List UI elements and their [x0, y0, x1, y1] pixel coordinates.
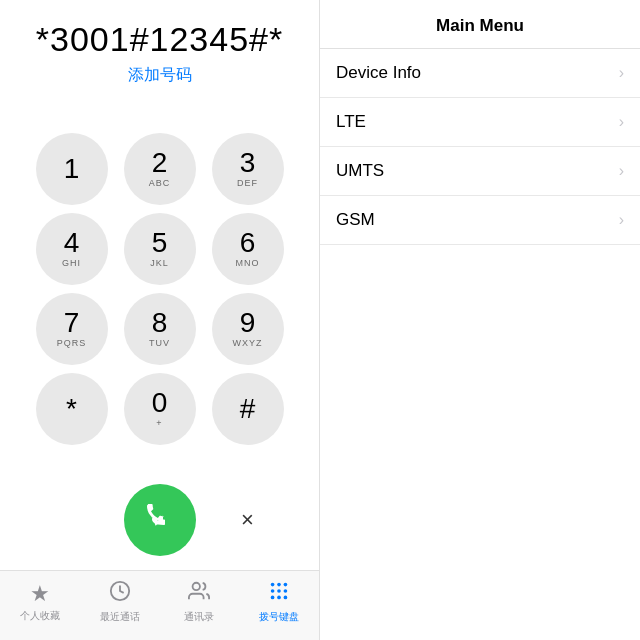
key-2[interactable]: 2ABC	[124, 133, 196, 205]
key-main-digit: 5	[152, 229, 168, 257]
right-panel: Main Menu Device Info›LTE›UMTS›GSM›	[320, 0, 640, 640]
key-main-digit: 1	[64, 155, 80, 183]
key-#[interactable]: #	[212, 373, 284, 445]
key-main-digit: *	[66, 395, 77, 423]
menu-item-label: Device Info	[336, 63, 421, 83]
menu-item-gsm[interactable]: GSM›	[320, 196, 640, 245]
keypad-row: 7PQRS8TUV9WXYZ	[36, 293, 284, 365]
tab-label-1: 最近通话	[100, 610, 140, 624]
app-container: *3001#12345#* 添加号码 12ABC3DEF4GHI5JKL6MNO…	[0, 0, 640, 640]
menu-item-lte[interactable]: LTE›	[320, 98, 640, 147]
svg-point-6	[277, 589, 281, 593]
menu-item-umts[interactable]: UMTS›	[320, 147, 640, 196]
chevron-right-icon: ›	[619, 211, 624, 229]
key-sub-letters: MNO	[236, 258, 260, 268]
keypad-row: 4GHI5JKL6MNO	[36, 213, 284, 285]
menu-item-label: LTE	[336, 112, 366, 132]
key-1[interactable]: 1	[36, 133, 108, 205]
key-main-digit: 7	[64, 309, 80, 337]
svg-point-7	[284, 589, 288, 593]
right-bottom-space	[320, 345, 640, 641]
key-8[interactable]: 8TUV	[124, 293, 196, 365]
svg-point-4	[284, 582, 288, 586]
phone-icon	[144, 501, 176, 540]
chevron-right-icon: ›	[619, 113, 624, 131]
key-sub-letters: JKL	[150, 258, 169, 268]
key-0[interactable]: 0+	[124, 373, 196, 445]
key-sub-letters: WXYZ	[233, 338, 263, 348]
tab-item-1[interactable]: 最近通话	[90, 580, 150, 624]
key-6[interactable]: 6MNO	[212, 213, 284, 285]
call-button[interactable]	[124, 484, 196, 556]
tab-bar: ★个人收藏 最近通话 通讯录 拨号键盘	[0, 570, 319, 640]
svg-point-3	[277, 582, 281, 586]
key-main-digit: 4	[64, 229, 80, 257]
tab-label-0: 个人收藏	[20, 609, 60, 623]
menu-item-device-info[interactable]: Device Info›	[320, 49, 640, 98]
key-sub-letters: TUV	[149, 338, 170, 348]
key-9[interactable]: 9WXYZ	[212, 293, 284, 365]
key-sub-letters: +	[156, 418, 162, 428]
keypad-row: *0+#	[36, 373, 284, 445]
tab-item-2[interactable]: 通讯录	[169, 580, 229, 624]
menu-item-label: UMTS	[336, 161, 384, 181]
key-sub-letters: PQRS	[57, 338, 87, 348]
left-panel: *3001#12345#* 添加号码 12ABC3DEF4GHI5JKL6MNO…	[0, 0, 320, 640]
svg-point-1	[193, 582, 200, 589]
keypad-actions: ×	[0, 476, 319, 570]
tab-icon-2	[188, 580, 210, 608]
menu-header: Main Menu	[320, 0, 640, 49]
key-sub-letters: ABC	[149, 178, 171, 188]
key-main-digit: #	[240, 395, 256, 423]
tab-label-3: 拨号键盘	[259, 610, 299, 624]
key-4[interactable]: 4GHI	[36, 213, 108, 285]
key-*[interactable]: *	[36, 373, 108, 445]
svg-point-8	[271, 595, 275, 599]
key-main-digit: 6	[240, 229, 256, 257]
tab-item-3[interactable]: 拨号键盘	[249, 580, 309, 624]
tab-icon-0: ★	[30, 581, 50, 607]
keypad-row: 12ABC3DEF	[36, 133, 284, 205]
key-sub-letters: DEF	[237, 178, 258, 188]
tab-icon-1	[109, 580, 131, 608]
spacer	[36, 484, 108, 556]
dialer-number: *3001#12345#*	[20, 20, 299, 59]
key-sub-letters: GHI	[62, 258, 81, 268]
key-main-digit: 0	[152, 389, 168, 417]
add-number-link[interactable]: 添加号码	[20, 63, 299, 96]
menu-item-label: GSM	[336, 210, 375, 230]
chevron-right-icon: ›	[619, 64, 624, 82]
chevron-right-icon: ›	[619, 162, 624, 180]
key-main-digit: 3	[240, 149, 256, 177]
svg-point-5	[271, 589, 275, 593]
tab-item-0[interactable]: ★个人收藏	[10, 581, 70, 623]
menu-list: Device Info›LTE›UMTS›GSM›	[320, 49, 640, 345]
tab-label-2: 通讯录	[184, 610, 214, 624]
svg-point-2	[271, 582, 275, 586]
key-5[interactable]: 5JKL	[124, 213, 196, 285]
dialer-display: *3001#12345#* 添加号码	[0, 0, 319, 101]
keypad: 12ABC3DEF4GHI5JKL6MNO7PQRS8TUV9WXYZ*0+#	[0, 101, 319, 476]
key-3[interactable]: 3DEF	[212, 133, 284, 205]
key-main-digit: 8	[152, 309, 168, 337]
svg-point-10	[284, 595, 288, 599]
delete-button[interactable]: ×	[212, 484, 284, 556]
key-7[interactable]: 7PQRS	[36, 293, 108, 365]
key-main-digit: 2	[152, 149, 168, 177]
svg-point-9	[277, 595, 281, 599]
key-main-digit: 9	[240, 309, 256, 337]
tab-icon-3	[268, 580, 290, 608]
